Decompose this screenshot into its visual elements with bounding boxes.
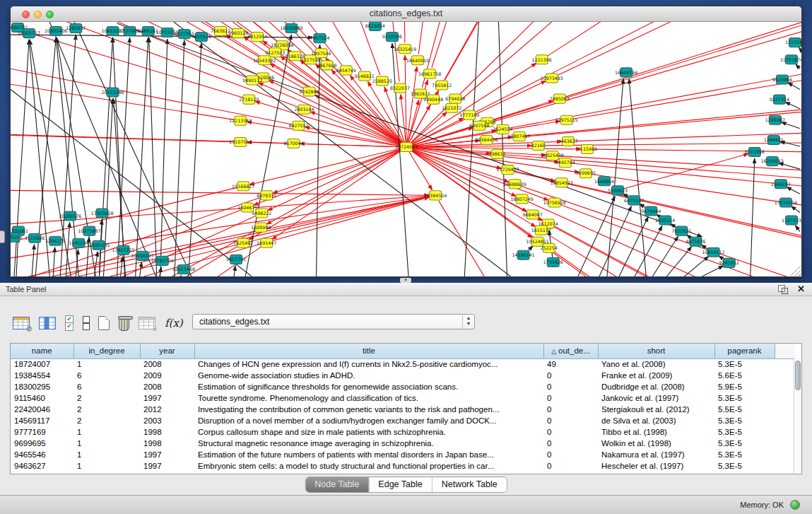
cell-name[interactable]: 9115460 bbox=[11, 392, 73, 404]
table-row[interactable]: 946362711997Embryonic stem cells: a mode… bbox=[11, 460, 794, 472]
table-row[interactable]: 1872400712008Changes of HCN gene express… bbox=[11, 358, 794, 370]
delete-icon[interactable] bbox=[119, 318, 129, 331]
cell-out_degree[interactable]: 0 bbox=[543, 370, 598, 381]
column-header-name[interactable]: name bbox=[11, 344, 73, 358]
column-header-title[interactable]: title bbox=[194, 344, 543, 358]
column-gear-icon[interactable] bbox=[13, 317, 30, 329]
table-scrollbar[interactable] bbox=[794, 359, 801, 474]
cell-title[interactable]: Changes of HCN gene expression and I(f) … bbox=[194, 358, 543, 370]
cell-in_degree[interactable]: 1 bbox=[73, 438, 140, 449]
cell-title[interactable]: Tourette syndrome. Phenomenology and cla… bbox=[194, 392, 543, 404]
close-panel-icon[interactable]: ✕ bbox=[797, 284, 805, 294]
float-panel-icon[interactable] bbox=[778, 285, 788, 294]
cell-short[interactable]: Nakamura et al. (1997) bbox=[598, 449, 714, 460]
column-header-out_degree[interactable]: △out_de... bbox=[543, 344, 598, 358]
cell-short[interactable]: Jankovic et al. (1997) bbox=[598, 392, 714, 404]
cell-short[interactable]: Yano et al. (2008) bbox=[598, 358, 714, 370]
cell-in_degree[interactable]: 1 bbox=[73, 358, 140, 370]
rows-stack-icon[interactable] bbox=[83, 316, 89, 330]
cell-in_degree[interactable]: 1 bbox=[73, 426, 140, 438]
cell-title[interactable]: Estimation of the future numbers of pati… bbox=[194, 449, 543, 460]
cell-in_degree[interactable]: 1 bbox=[73, 460, 140, 472]
combo-stepper-icon[interactable] bbox=[462, 315, 474, 329]
cell-pagerank[interactable]: 5.9E-5 bbox=[714, 381, 775, 392]
cell-pagerank[interactable]: 5.3E-5 bbox=[714, 449, 775, 460]
cell-year[interactable]: 1998 bbox=[140, 426, 194, 438]
cell-short[interactable]: Dudbridge et al. (2008) bbox=[598, 381, 714, 392]
table-row[interactable]: 969969511998Structural magnetic resonanc… bbox=[11, 438, 794, 449]
cell-year[interactable]: 2012 bbox=[140, 404, 194, 415]
cell-pagerank[interactable]: 5.3E-5 bbox=[714, 392, 775, 404]
network-canvas[interactable]: 1686702140557172089140612654371065328715… bbox=[11, 22, 801, 276]
cell-name[interactable]: 18300295 bbox=[11, 381, 73, 392]
cell-name[interactable]: 9699695 bbox=[11, 438, 73, 449]
cell-out_degree[interactable]: 0 bbox=[543, 381, 598, 392]
cell-short[interactable]: Hescheler et al. (1997) bbox=[598, 460, 714, 472]
function-builder-icon[interactable]: f(x) bbox=[165, 317, 183, 329]
table-row[interactable]: 2242004622012Investigating the contribut… bbox=[11, 404, 794, 415]
cell-short[interactable]: Wolkin et al. (1998) bbox=[598, 438, 714, 449]
show-columns-icon[interactable] bbox=[39, 317, 56, 329]
column-header-pagerank[interactable]: pagerank bbox=[714, 344, 775, 358]
panel-collapse-handle[interactable] bbox=[0, 230, 5, 243]
table-row[interactable]: 1456911722003Disruption of a novel membe… bbox=[11, 415, 794, 426]
cell-out_degree[interactable]: 0 bbox=[543, 392, 598, 404]
cell-year[interactable]: 2008 bbox=[140, 381, 194, 392]
column-header-in_degree[interactable]: in_degree bbox=[73, 344, 140, 358]
window-titlebar[interactable]: citations_edges.txt bbox=[11, 6, 801, 22]
cell-name[interactable]: 19384554 bbox=[11, 370, 73, 381]
cell-out_degree[interactable]: 0 bbox=[543, 460, 598, 472]
cell-out_degree[interactable]: 0 bbox=[543, 449, 598, 460]
cell-short[interactable]: de Silva et al. (2003) bbox=[598, 415, 714, 426]
cell-pagerank[interactable]: 5.5E-5 bbox=[714, 404, 775, 415]
cell-out_degree[interactable]: 49 bbox=[543, 358, 598, 370]
splitter-handle[interactable]: ▾ bbox=[400, 278, 411, 283]
cell-in_degree[interactable]: 2 bbox=[73, 415, 140, 426]
cell-name[interactable]: 22420046 bbox=[11, 404, 73, 415]
cell-year[interactable]: 1997 bbox=[140, 449, 194, 460]
table-row[interactable]: 1938455462009Genome-wide association stu… bbox=[11, 370, 794, 381]
cell-in_degree[interactable]: 6 bbox=[73, 381, 140, 392]
cell-title[interactable]: Corpus callosum shape and size in male p… bbox=[194, 426, 543, 438]
tab-network-table[interactable]: Network Table bbox=[432, 477, 507, 492]
cell-year[interactable]: 2009 bbox=[140, 370, 194, 381]
cell-title[interactable]: Genome-wide association studies in ADHD. bbox=[194, 370, 543, 381]
cell-short[interactable]: Franke et al. (2009) bbox=[598, 370, 714, 381]
cell-title[interactable]: Structural magnetic resonance image aver… bbox=[194, 438, 543, 449]
cell-year[interactable]: 1997 bbox=[140, 392, 194, 404]
cell-out_degree[interactable]: 0 bbox=[543, 415, 598, 426]
cell-short[interactable]: Stergiakouli et al. (2012) bbox=[598, 404, 714, 415]
column-header-short[interactable]: short bbox=[598, 344, 714, 358]
cell-name[interactable]: 18724007 bbox=[11, 358, 73, 370]
cell-out_degree[interactable]: 0 bbox=[543, 426, 598, 438]
cell-title[interactable]: Estimation of significance thresholds fo… bbox=[194, 381, 543, 392]
cell-name[interactable]: 14569117 bbox=[11, 415, 73, 426]
cell-in_degree[interactable]: 6 bbox=[73, 370, 140, 381]
cell-pagerank[interactable]: 5.3E-5 bbox=[714, 460, 775, 472]
cell-short[interactable]: Tibbo et al. (1998) bbox=[598, 426, 714, 438]
cell-name[interactable]: 9777169 bbox=[11, 426, 73, 438]
cell-title[interactable]: Investigating the contribution of common… bbox=[194, 404, 543, 415]
row-check-icon[interactable] bbox=[65, 315, 73, 331]
cell-in_degree[interactable]: 1 bbox=[73, 449, 140, 460]
cell-year[interactable]: 1998 bbox=[140, 438, 194, 449]
column-header-year[interactable]: year bbox=[140, 344, 194, 358]
table-scrollbar-thumb[interactable] bbox=[795, 361, 801, 390]
tab-node-table[interactable]: Node Table bbox=[305, 477, 368, 492]
table-select[interactable]: citations_edges.txt bbox=[192, 314, 475, 329]
cell-pagerank[interactable]: 5.3E-5 bbox=[714, 438, 775, 449]
cell-name[interactable]: 9463627 bbox=[11, 460, 73, 472]
cell-in_degree[interactable]: 2 bbox=[73, 392, 140, 404]
cell-year[interactable]: 1997 bbox=[140, 460, 194, 472]
network-view-window[interactable]: citations_edges.txt 16867021405571720891… bbox=[10, 6, 802, 277]
table-row[interactable]: 1830029562008Estimation of significance … bbox=[11, 381, 794, 392]
table-row[interactable]: 946554611997Estimation of the future num… bbox=[11, 449, 794, 460]
table-row[interactable]: 977716911998Corpus callosum shape and si… bbox=[11, 426, 794, 438]
cell-pagerank[interactable]: 5.6E-5 bbox=[714, 370, 775, 381]
table-row[interactable]: 911546021997Tourette syndrome. Phenomeno… bbox=[11, 392, 794, 404]
cell-year[interactable]: 2008 bbox=[140, 358, 194, 370]
cell-name[interactable]: 9465546 bbox=[11, 449, 73, 460]
new-document-icon[interactable] bbox=[98, 316, 110, 330]
cell-pagerank[interactable]: 5.3E-5 bbox=[714, 358, 775, 370]
citation-network-graph[interactable]: 1686702140557172089140612654371065328715… bbox=[11, 22, 801, 276]
